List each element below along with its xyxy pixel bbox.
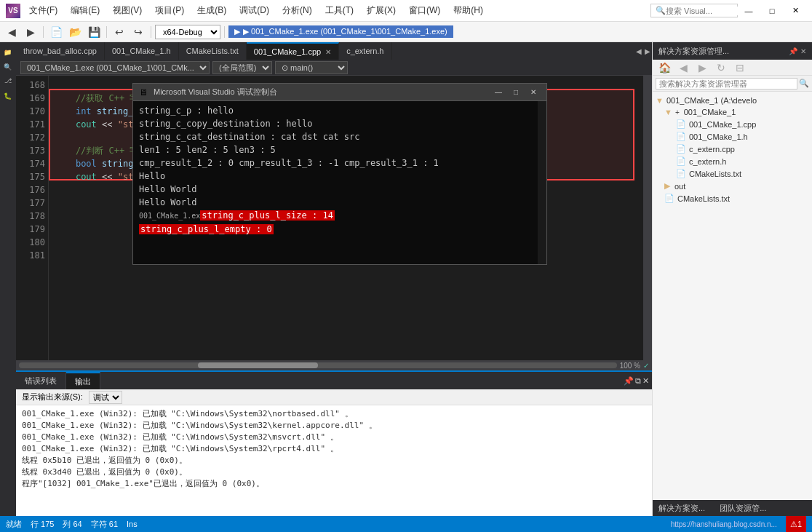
- title-bar: VS 文件(F) 编辑(E) 视图(V) 项目(P) 生成(B) 调试(D) 分…: [0, 0, 812, 22]
- status-line: 行 175: [31, 519, 54, 530]
- menu-build[interactable]: 生成(B): [191, 1, 232, 20]
- debug-line-6: Hello: [139, 170, 532, 183]
- minimize-button[interactable]: —: [738, 4, 760, 18]
- status-error-badge[interactable]: ⚠ 1: [786, 516, 806, 532]
- solution-tree: ▼ 001_CMake_1 (A:\develo ▼ + 001_CMake_1…: [653, 92, 812, 500]
- tree-file-cmake-h[interactable]: 📄 001_CMake_1.h: [653, 130, 812, 143]
- run-button[interactable]: ▶ ▶ 001_CMake_1.exe (001_CMake_1\001_CMa…: [228, 25, 453, 38]
- tab-scroll-left[interactable]: ◀: [634, 42, 643, 60]
- menu-analyze[interactable]: 分析(N): [276, 1, 318, 20]
- tree-file-cmakelists-root[interactable]: 📄 CMakeLists.txt: [653, 192, 812, 205]
- toolbar-undo[interactable]: ↩: [111, 24, 128, 40]
- output-content: 001_CMake_1.exe (Win32): 已加载 "C:\Windows…: [16, 405, 652, 516]
- scope-dropdown[interactable]: (全局范围): [212, 61, 272, 74]
- footer-tab-team[interactable]: 团队资源管...: [714, 500, 772, 516]
- debug-console: 🖥 Microsoft Visual Studio 调试控制台 — □ ✕ st…: [132, 83, 547, 265]
- toolbar-forward[interactable]: ▶: [22, 24, 39, 40]
- toolbar-back[interactable]: ◀: [3, 24, 20, 40]
- tree-file-cmake-cpp[interactable]: 📄 001_CMake_1.cpp: [653, 118, 812, 130]
- editor-scrollbar-v[interactable]: [643, 76, 652, 360]
- tree-file-c-extern-h[interactable]: 📄 c_extern.h: [653, 155, 812, 167]
- tab-cmake-h[interactable]: 001_CMake_1.h: [105, 42, 179, 60]
- file-location-dropdown[interactable]: 001_CMake_1.exe (001_CMake_1\001_CMk...: [20, 61, 210, 74]
- solution-folder-icon: ▼: [656, 96, 664, 105]
- output-source-select[interactable]: 调试: [89, 391, 122, 404]
- h-scrollbar-track[interactable]: [19, 362, 617, 368]
- sidebar-search-icon[interactable]: 🔍: [1, 60, 15, 73]
- config-dropdown[interactable]: x64-Debug: [155, 25, 220, 39]
- close-button[interactable]: ✕: [784, 4, 806, 18]
- tree-file-cmakelists-inner[interactable]: 📄 CMakeLists.txt: [653, 167, 812, 180]
- tab-c-extern[interactable]: c_extern.h: [339, 42, 391, 60]
- tree-project[interactable]: ▼ + 001_CMake_1: [653, 106, 812, 118]
- line-num-178: 178: [22, 210, 45, 223]
- menu-view[interactable]: 视图(V): [107, 1, 148, 20]
- code-editor[interactable]: 168 169 170 171 172 173 174 175 176 177 …: [16, 76, 652, 360]
- debug-line-5: cmp_result_1_2 : 0 cmp_result_1_3 : -1 c…: [139, 156, 532, 170]
- menu-project[interactable]: 项目(P): [149, 1, 190, 20]
- output-line-2: 001_CMake_1.exe (Win32): 已加载 "C:\Windows…: [22, 420, 646, 432]
- menu-file[interactable]: 文件(F): [23, 1, 63, 20]
- debug-console-body-wrapper: string_c_p : hello string_c_copy_destina…: [133, 101, 546, 264]
- out-folder-label: out: [674, 182, 685, 191]
- rp-forward-button[interactable]: ▶: [693, 60, 711, 76]
- toolbar-open[interactable]: 📂: [66, 24, 84, 40]
- right-panel-search: 🔍: [653, 76, 812, 92]
- menu-extensions[interactable]: 扩展(X): [361, 1, 402, 20]
- file-c-extern-h-icon: 📄: [676, 156, 686, 166]
- menu-tools[interactable]: 工具(T): [319, 1, 359, 20]
- debug-line-7: Hello World: [139, 183, 532, 196]
- output-source-label: 显示输出来源(S):: [22, 392, 83, 402]
- float-icon[interactable]: ⧉: [635, 376, 641, 386]
- tree-file-c-extern-cpp[interactable]: 📄 c_extern.cpp: [653, 143, 812, 155]
- status-ready: 就绪: [6, 519, 22, 530]
- solution-search-input[interactable]: [656, 78, 797, 90]
- global-search[interactable]: 🔍: [650, 4, 738, 17]
- menu-window[interactable]: 窗口(W): [403, 1, 446, 20]
- debug-maximize-button[interactable]: □: [509, 87, 523, 98]
- debug-minimize-button[interactable]: —: [491, 87, 506, 98]
- tab-throw-bad-alloc[interactable]: throw_bad_alloc.cpp: [16, 42, 105, 60]
- line-num-176: 176: [22, 183, 45, 196]
- menu-edit[interactable]: 编辑(E): [65, 1, 106, 20]
- line-num-172: 172: [22, 131, 45, 144]
- tree-solution[interactable]: ▼ 001_CMake_1 (A:\develo: [653, 95, 812, 106]
- rp-back-button[interactable]: ◀: [674, 60, 692, 76]
- maximize-button[interactable]: □: [761, 4, 783, 18]
- sidebar-explorer-icon[interactable]: 📁: [1, 45, 15, 58]
- tab-error-list[interactable]: 错误列表: [16, 372, 66, 389]
- rp-refresh-button[interactable]: ↻: [712, 60, 730, 76]
- tree-folder-out[interactable]: ▶ out: [653, 180, 812, 192]
- toolbar-redo[interactable]: ↪: [130, 24, 147, 40]
- run-icon: ▶: [234, 27, 240, 36]
- rp-collapse-button[interactable]: ⊟: [731, 60, 749, 76]
- close-panel-icon[interactable]: ✕: [642, 376, 649, 386]
- right-panel-pin[interactable]: 📌: [789, 47, 797, 55]
- bottom-panel: 错误列表 输出 📌 ⧉ ✕ 显示输出来源(S): 调试: [16, 370, 652, 516]
- h-scrollbar-thumb[interactable]: [198, 362, 317, 368]
- menu-help[interactable]: 帮助(H): [447, 1, 489, 20]
- toolbar-new[interactable]: 📄: [47, 24, 65, 40]
- menu-debug[interactable]: 调试(D): [234, 1, 275, 20]
- function-dropdown[interactable]: ⊙ main(): [275, 61, 348, 74]
- sidebar-git-icon[interactable]: ⎇: [1, 74, 15, 87]
- debug-scrollbar[interactable]: [538, 101, 546, 264]
- rp-home-button[interactable]: 🏠: [656, 60, 673, 76]
- debug-close-button[interactable]: ✕: [526, 87, 541, 98]
- tab-cmake-cpp[interactable]: 001_CMake_1.cpp ✕: [247, 42, 339, 60]
- tab-output[interactable]: 输出: [66, 372, 100, 389]
- footer-tab-solution[interactable]: 解决方案资...: [653, 500, 711, 516]
- sidebar-debug-icon[interactable]: 🐛: [1, 89, 15, 102]
- output-line-3: 001_CMake_1.exe (Win32): 已加载 "C:\Windows…: [22, 432, 646, 443]
- debug-line-9: 001_CMake_1.exstring_c_plus_l_size : 14: [139, 209, 532, 223]
- tab-cmakelists[interactable]: CMakeLists.txt: [179, 42, 247, 60]
- pin-icon[interactable]: 📌: [624, 376, 634, 386]
- output-line-4: 001_CMake_1.exe (Win32): 已加载 "C:\Windows…: [22, 443, 646, 455]
- address-bar: 001_CMake_1.exe (001_CMake_1\001_CMk... …: [16, 60, 652, 76]
- tab-close-icon[interactable]: ✕: [325, 48, 331, 56]
- right-panel-close[interactable]: ✕: [800, 47, 806, 55]
- search-input[interactable]: [666, 7, 739, 15]
- status-right: https://hanshuliang.blog.csdn.n... ⚠ 1: [671, 516, 806, 532]
- toolbar-save[interactable]: 💾: [85, 24, 103, 40]
- tab-scroll-right[interactable]: ▶: [643, 42, 652, 60]
